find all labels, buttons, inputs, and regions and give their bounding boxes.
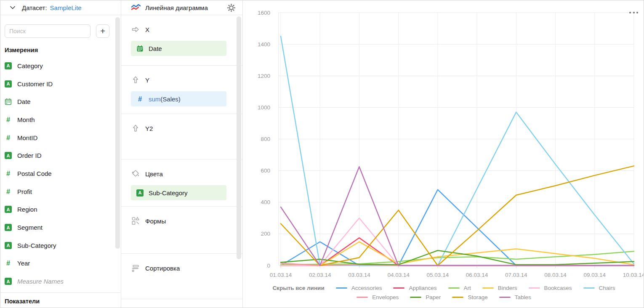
- date-field-icon: [136, 45, 144, 52]
- x-axis-tick-label: 10.03.14: [623, 272, 644, 278]
- legend-label: Paper: [426, 294, 441, 300]
- field-item-label: Region: [17, 206, 37, 213]
- legend-item-appliances[interactable]: Appliances: [393, 285, 436, 291]
- colors-field-chip[interactable]: A Sub-Category: [131, 185, 226, 200]
- field-item-label: Month: [17, 116, 35, 123]
- field-item[interactable]: Date: [5, 93, 110, 111]
- field-search-row: +: [5, 24, 117, 38]
- arrow-right-icon: [131, 25, 140, 34]
- legend-hide-all-button[interactable]: Скрыть все линии: [272, 285, 324, 291]
- y-axis-tick-label: 1400: [258, 41, 270, 48]
- field-item[interactable]: #MontID: [5, 129, 110, 147]
- dataset-panel: Датасет: SampleLite + Измерения ACategor…: [0, 0, 121, 308]
- series-line-bookcases[interactable]: [281, 218, 634, 266]
- section-colors-label: Цвета: [145, 170, 163, 178]
- chart-legend: Скрыть все линииAccessoriesAppliancesArt…: [243, 285, 644, 300]
- config-panel-scrollbar[interactable]: [237, 16, 241, 259]
- legend-item-art[interactable]: Art: [448, 285, 471, 291]
- legend-item-binders[interactable]: Binders: [482, 285, 517, 291]
- date-field-icon: [5, 98, 12, 105]
- legend-label: Tables: [515, 294, 531, 300]
- search-input[interactable]: [5, 24, 90, 38]
- string-field-icon: A: [5, 242, 12, 249]
- y-axis-tick-label: 200: [261, 231, 270, 237]
- field-item[interactable]: AMeasure Names: [5, 272, 110, 290]
- y-axis-tick-label: 1000: [258, 104, 270, 111]
- x-field-chip[interactable]: Date: [131, 41, 226, 56]
- legend-item-accessories[interactable]: Accessories: [336, 285, 382, 291]
- number-field-icon: #: [5, 170, 12, 177]
- legend-label: Storage: [468, 294, 487, 300]
- x-axis-tick-label: 06.03.14: [466, 272, 488, 278]
- x-axis-tick-label: 04.03.14: [387, 272, 410, 278]
- dataset-panel-scrollbar[interactable]: [115, 17, 120, 249]
- legend-swatch: [499, 297, 511, 298]
- field-item[interactable]: #Profit: [5, 183, 110, 201]
- add-field-button[interactable]: +: [96, 24, 109, 38]
- chart-config-panel: Линейная диаграмма X: [121, 0, 243, 308]
- legend-swatch: [583, 287, 595, 289]
- line-chart-icon[interactable]: [131, 3, 141, 12]
- section-y2-label: Y2: [145, 125, 153, 132]
- legend-label: Appliances: [409, 285, 436, 291]
- field-item[interactable]: ACategory: [5, 57, 110, 75]
- field-item-label: Order ID: [17, 152, 42, 159]
- dataset-name-link[interactable]: SampleLite: [50, 4, 82, 11]
- legend-item-bookcases[interactable]: Bookcases: [529, 285, 572, 291]
- chart-type-header: Линейная диаграмма: [121, 0, 242, 15]
- chart-type-title[interactable]: Линейная диаграмма: [145, 4, 227, 11]
- field-item-label: Year: [17, 260, 30, 267]
- line-chart-svg: 0200400600800100012001400160001.03.1402.…: [243, 0, 644, 308]
- y-axis-tick-label: 0: [267, 263, 270, 269]
- legend-label: Bookcases: [544, 285, 572, 291]
- legend-swatch: [448, 287, 460, 289]
- legend-swatch: [410, 297, 421, 298]
- field-item[interactable]: ARegion: [5, 201, 110, 219]
- number-field-icon: #: [5, 134, 12, 141]
- dataset-label: Датасет:: [22, 4, 47, 11]
- y-axis-tick-label: 800: [261, 136, 270, 142]
- legend-item-tables[interactable]: Tables: [499, 294, 531, 300]
- colors-field-label: Sub-Category: [149, 189, 188, 196]
- x-axis-tick-label: 02.03.14: [309, 272, 331, 278]
- legend-item-envelopes[interactable]: Envelopes: [357, 294, 399, 300]
- datalens-wizard-window: Датасет: SampleLite + Измерения ACategor…: [0, 0, 644, 308]
- y-axis-tick-label: 400: [261, 199, 270, 205]
- shapes-icon: [131, 216, 140, 226]
- chart-menu-button[interactable]: [629, 12, 638, 13]
- arrow-up-icon: [131, 75, 140, 85]
- string-field-icon: A: [5, 278, 12, 285]
- legend-item-storage[interactable]: Storage: [452, 294, 487, 300]
- field-item[interactable]: #Postal Code: [5, 165, 110, 183]
- legend-label: Binders: [498, 285, 517, 291]
- y-field-label: sum(Sales): [149, 96, 181, 103]
- x-axis-tick-label: 01.03.14: [270, 272, 292, 278]
- legend-swatch: [452, 297, 463, 298]
- section-x-label: X: [145, 26, 149, 33]
- legend-swatch: [336, 287, 347, 289]
- field-item-label: MontID: [17, 134, 37, 141]
- dimensions-list: ACategoryACustomer IDDate#Month#MontIDAO…: [5, 57, 110, 290]
- string-field-icon: A: [5, 152, 12, 159]
- field-item-label: Measure Names: [17, 278, 64, 285]
- field-item[interactable]: ASegment: [5, 218, 110, 236]
- chevron-down-icon[interactable]: [9, 4, 16, 11]
- section-sort-label: Сортировка: [145, 265, 180, 272]
- string-field-icon: A: [5, 80, 12, 88]
- gear-icon[interactable]: [227, 3, 236, 12]
- measures-title: Показатели: [5, 298, 116, 305]
- legend-label: Art: [464, 285, 471, 291]
- string-field-icon: A: [136, 189, 144, 196]
- legend-label: Envelopes: [372, 294, 399, 300]
- field-item[interactable]: AOrder ID: [5, 146, 110, 165]
- field-item[interactable]: #Year: [5, 255, 110, 273]
- field-item[interactable]: ASub-Category: [5, 236, 110, 255]
- field-item[interactable]: #Month: [5, 111, 110, 129]
- field-item[interactable]: ACustomer ID: [5, 75, 110, 93]
- legend-label: Chairs: [599, 285, 615, 291]
- legend-label: Accessories: [351, 285, 382, 291]
- paint-bucket-icon: [131, 169, 140, 178]
- legend-item-chairs[interactable]: Chairs: [583, 285, 615, 291]
- y-field-chip[interactable]: # sum(Sales): [131, 91, 226, 106]
- legend-item-paper[interactable]: Paper: [410, 294, 441, 300]
